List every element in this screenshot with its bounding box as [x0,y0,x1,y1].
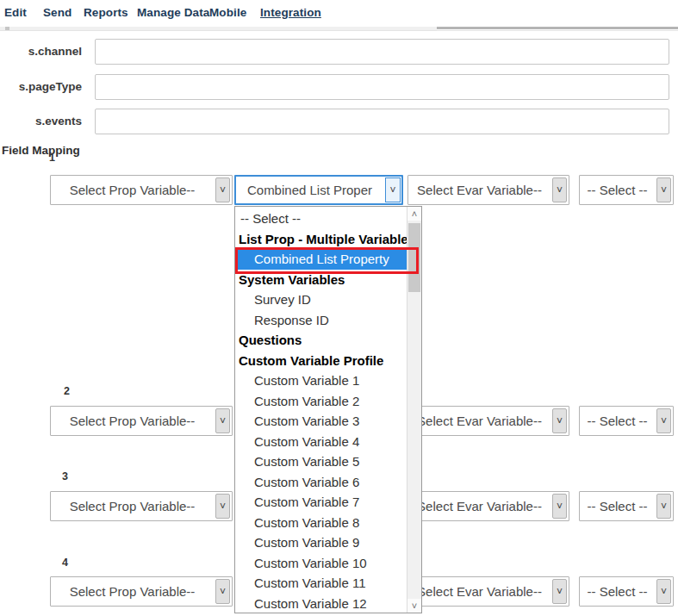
dropdown-option[interactable]: Custom Variable 4 [235,432,407,452]
dropdown-group-header: Questions [235,330,407,351]
select-value: Select Evar Variable-- [408,492,550,520]
dropdown-option[interactable]: Custom Variable 5 [235,451,407,472]
nav-item-send[interactable]: Send [43,6,72,19]
generic-select-1[interactable]: -- Select -- ˅ [579,175,674,205]
select-value: Combined List Proper [236,177,383,203]
chevron-down-icon: ˅ [656,494,671,519]
evar-variable-select-4[interactable]: Select Evar Variable-- ˅ [407,576,569,607]
nav-divider-line [0,30,678,31]
nav-item-mobile[interactable]: Mobile [209,6,246,19]
select-value: -- Select -- [580,176,655,204]
select-value: Select Evar Variable-- [408,407,550,435]
prop-variable-select-1[interactable]: Select Prop Variable-- ˅ [50,175,233,205]
label-s-channel: s.channel [0,39,82,65]
evar-variable-select-2[interactable]: Select Evar Variable-- ˅ [407,406,569,436]
prop-variable-select-3[interactable]: Select Prop Variable-- ˅ [50,491,233,521]
dropdown-list: -- Select --List Prop - Multiple Variabl… [235,208,407,613]
dropdown-option[interactable]: Custom Variable 11 [235,573,407,594]
select-value: Select Prop Variable-- [51,407,214,435]
dropdown-option[interactable]: Response ID [235,310,407,331]
row-number: 4 [62,557,68,569]
input-s-channel[interactable] [95,39,669,65]
select-value: -- Select -- [580,407,655,435]
field-mapping-title: Field Mapping [2,144,80,157]
list-variable-dropdown: -- Select --List Prop - Multiple Variabl… [234,206,422,613]
select-value: Select Evar Variable-- [408,176,550,204]
nav-item-edit[interactable]: Edit [4,6,27,19]
dropdown-option[interactable]: Custom Variable 9 [235,532,407,553]
chevron-down-icon: ˅ [552,494,567,519]
select-value: Select Prop Variable-- [51,577,214,606]
dropdown-option[interactable]: Custom Variable 8 [235,513,407,533]
row-number: 1 [49,152,55,164]
dropdown-option[interactable]: Custom Variable 6 [235,472,407,493]
dropdown-group-header: Custom Variable Profile [235,351,407,371]
dropdown-scrollbar[interactable]: ˄ ˅ [407,207,421,613]
row-number: 3 [62,470,68,482]
select-value: Select Evar Variable-- [408,577,550,606]
dropdown-option[interactable]: Custom Variable 3 [235,411,407,432]
prop-variable-select-2[interactable]: Select Prop Variable-- ˅ [50,406,233,436]
generic-select-3[interactable]: -- Select -- ˅ [579,491,674,521]
chevron-down-icon: ˅ [552,408,567,433]
dropdown-option[interactable]: Combined List Property [235,249,407,270]
dropdown-option[interactable]: Custom Variable 12 [235,594,407,613]
dropdown-option[interactable]: Custom Variable 7 [235,492,407,513]
input-s-events[interactable] [95,109,669,134]
chevron-down-icon: ˅ [656,177,671,202]
list-variable-select-1[interactable]: Combined List Proper ˅ [234,175,403,205]
chevron-down-icon: ˅ [552,579,567,604]
dropdown-group-header: List Prop - Multiple Variable [235,229,407,250]
prop-variable-select-4[interactable]: Select Prop Variable-- ˅ [50,576,233,607]
select-value: -- Select -- [580,577,655,606]
chevron-down-icon: ˅ [656,408,671,433]
select-value: -- Select -- [580,492,655,520]
scroll-up-icon[interactable]: ˄ [407,207,421,221]
dropdown-option[interactable]: Custom Variable 2 [235,391,407,412]
page: Edit Send Reports Manage Data Mobile Int… [0,0,678,616]
dropdown-option[interactable]: Custom Variable 10 [235,553,407,574]
row-number: 2 [64,385,70,397]
dropdown-option[interactable]: Custom Variable 1 [235,370,407,391]
evar-variable-select-3[interactable]: Select Evar Variable-- ˅ [407,491,569,521]
dropdown-option[interactable]: Survey ID [235,289,407,310]
scroll-down-icon[interactable]: ˅ [407,599,421,613]
chevron-down-icon: ˅ [552,177,567,202]
label-s-events: s.events [0,109,82,134]
dropdown-group-header: System Variables [235,270,407,290]
generic-select-2[interactable]: -- Select -- ˅ [579,406,674,436]
input-s-pagetype[interactable] [95,74,669,100]
scrollbar-thumb[interactable] [408,223,420,292]
select-value: Select Prop Variable-- [51,492,214,520]
chevron-down-icon: ˅ [215,579,230,604]
nav-item-integration[interactable]: Integration [260,6,321,19]
chevron-down-icon: ˅ [215,494,230,519]
nav-divider-segment [437,27,678,29]
evar-variable-select-1[interactable]: Select Evar Variable-- ˅ [407,175,569,205]
chevron-down-icon: ˅ [385,177,401,202]
nav-item-manage-data[interactable]: Manage Data [137,6,209,19]
label-s-pagetype: s.pageType [0,74,82,100]
chevron-down-icon: ˅ [215,408,230,433]
chevron-down-icon: ˅ [215,177,230,202]
dropdown-option[interactable]: -- Select -- [235,208,407,229]
nav-item-reports[interactable]: Reports [84,6,128,19]
generic-select-4[interactable]: -- Select -- ˅ [579,576,674,607]
chevron-down-icon: ˅ [656,579,671,604]
select-value: Select Prop Variable-- [51,176,214,204]
